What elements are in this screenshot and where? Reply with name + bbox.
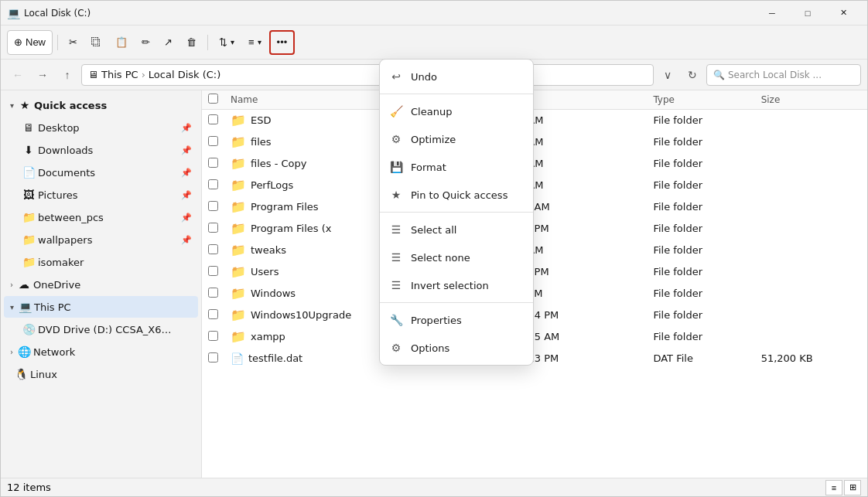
menu-item-properties[interactable]: 🔧 Properties <box>380 306 533 334</box>
row-type-7: File folder <box>647 261 754 283</box>
row-checkbox-1[interactable] <box>208 136 218 146</box>
menu-item-select-all[interactable]: ☰ Select all <box>380 216 533 243</box>
menu-icon-5: ★ <box>389 188 403 202</box>
folder-icon: 📁 <box>231 308 246 322</box>
menu-label-8: Select none <box>411 252 470 264</box>
row-checkbox-6[interactable] <box>208 244 218 254</box>
sidebar-item-onedrive[interactable]: › ☁ OneDrive <box>4 274 198 295</box>
table-row[interactable]: 📁 PerfLogs 5/2021 8:10 AM File folder <box>202 175 867 196</box>
row-check-7 <box>202 261 224 283</box>
col-type[interactable]: Type <box>647 90 754 110</box>
share-button[interactable]: ↗ <box>158 30 179 55</box>
paste-button[interactable]: 📋 <box>109 30 134 55</box>
sidebar-item-wallpapers[interactable]: 📁 wallpapers 📌 <box>4 229 198 250</box>
table-row[interactable]: 📁 Program Files (x 29/2021 4:40 PM File … <box>202 218 867 240</box>
menu-item-invert-selection[interactable]: ☰ Invert selection <box>380 271 533 299</box>
pin-icon-bp: 📌 <box>181 213 192 223</box>
row-checkbox-4[interactable] <box>208 201 218 211</box>
row-checkbox-9[interactable] <box>208 309 218 319</box>
sidebar-label-quickaccess: Quick access <box>34 100 107 111</box>
delete-button[interactable]: 🗑 <box>180 30 203 55</box>
table-row[interactable]: 📄 testfile.dat 6/21/2021 1:23 PM DAT Fil… <box>202 348 867 369</box>
table-row[interactable]: 📁 tweaks 2/2021 7:49 AM File folder <box>202 240 867 261</box>
row-checkbox-11[interactable] <box>208 352 218 363</box>
row-check-6 <box>202 240 224 261</box>
menu-item-undo[interactable]: ↩ Undo <box>380 63 533 90</box>
sidebar-item-downloads[interactable]: ⬇ Downloads 📌 <box>4 139 198 161</box>
table-row[interactable]: 📁 files 9/2021 9:03 AM File folder <box>202 131 867 153</box>
maximize-button[interactable]: □ <box>790 1 825 26</box>
sidebar-label-documents: Documents <box>38 167 95 179</box>
more-button[interactable]: ••• <box>269 30 296 55</box>
table-row[interactable]: 📁 Windows 3/2021 1:20 PM File folder <box>202 283 867 305</box>
refresh-button[interactable]: ↻ <box>682 64 703 86</box>
row-checkbox-8[interactable] <box>208 288 218 298</box>
sidebar-item-pictures[interactable]: 🖼 Pictures 📌 <box>4 184 198 206</box>
row-type-4: File folder <box>647 196 754 218</box>
menu-item-select-none[interactable]: ☰ Select none <box>380 243 533 271</box>
delete-icon: 🗑 <box>186 36 196 48</box>
menu-item-format[interactable]: 💾 Format <box>380 153 533 181</box>
table-row[interactable]: 📁 files - Copy 9/2021 8:59 AM File folde… <box>202 153 867 175</box>
address-path[interactable]: 🖥 This PC › Local Disk (C:) <box>81 64 654 86</box>
close-button[interactable]: ✕ <box>825 1 861 26</box>
up-button[interactable]: ↑ <box>56 64 78 86</box>
rename-button[interactable]: ✏ <box>135 30 156 55</box>
back-button[interactable]: ← <box>7 64 29 86</box>
row-checkbox-2[interactable] <box>208 158 218 168</box>
sidebar-item-quickaccess[interactable]: ▾ ★ Quick access <box>4 94 198 116</box>
tiles-view-button[interactable]: ⊞ <box>844 480 861 495</box>
cut-button[interactable]: ✂ <box>63 30 84 55</box>
details-view-button[interactable]: ≡ <box>825 480 842 495</box>
copy-button[interactable]: ⿻ <box>85 30 108 55</box>
betweenpcs-icon: 📁 <box>22 211 35 223</box>
sort-button[interactable]: ⇅ ▾ <box>213 30 241 55</box>
address-dropdown-button[interactable]: ∨ <box>657 64 678 86</box>
table-row[interactable]: 📁 ESD 3/2021 7:06 AM File folder <box>202 110 867 131</box>
row-checkbox-5[interactable] <box>208 223 218 233</box>
toolbar-sep-1 <box>57 35 58 50</box>
dvd-icon: 💿 <box>22 323 35 335</box>
row-checkbox-7[interactable] <box>208 266 218 276</box>
sidebar-item-dvd[interactable]: 💿 DVD Drive (D:) CCSA_X64FRE_EN-US_D <box>4 318 198 340</box>
expand-icon: ▾ <box>10 101 14 110</box>
folder-icon: 📁 <box>231 221 246 236</box>
table-row[interactable]: 📁 xampp 5/14/2021 8:05 AM File folder <box>202 326 867 348</box>
share-icon: ↗ <box>164 36 173 48</box>
view-button[interactable]: ≡ ▾ <box>242 30 268 55</box>
thispc-expand: ▾ <box>10 303 14 311</box>
menu-item-cleanup[interactable]: 🧹 Cleanup <box>380 97 533 125</box>
menu-item-optimize[interactable]: ⚙ Optimize <box>380 125 533 153</box>
sidebar-item-thispc[interactable]: ▾ 💻 This PC <box>4 296 198 318</box>
new-button[interactable]: ⊕ New <box>7 30 53 55</box>
select-all-checkbox[interactable] <box>208 94 218 104</box>
new-label: New <box>26 36 46 48</box>
row-checkbox-3[interactable] <box>208 179 218 189</box>
sidebar-item-network[interactable]: › 🌐 Network <box>4 341 198 363</box>
search-box[interactable]: 🔍 Search Local Disk ... <box>706 64 861 86</box>
menu-icon-9: ☰ <box>389 278 403 292</box>
row-check-3 <box>202 175 224 196</box>
sidebar-item-betweenpcs[interactable]: 📁 between_pcs 📌 <box>4 206 198 228</box>
sidebar-label-linux: Linux <box>30 369 57 380</box>
menu-icon-11: 🔧 <box>389 313 403 327</box>
sidebar-item-desktop[interactable]: 🖥 Desktop 📌 <box>4 117 198 138</box>
sidebar-item-linux[interactable]: 🐧 Linux <box>4 363 198 385</box>
menu-item-options[interactable]: ⚙ Options <box>380 334 533 362</box>
file-icon: 📄 <box>231 352 244 365</box>
table-row[interactable]: 📁 Program Files 30/2021 8:27 AM File fol… <box>202 196 867 218</box>
table-row[interactable]: 📁 Users 28/2021 1:46 PM File folder <box>202 261 867 283</box>
row-checkbox-10[interactable] <box>208 331 218 341</box>
sidebar-item-isomaker[interactable]: 📁 isomaker <box>4 251 198 273</box>
row-size-11: 51,200 KB <box>755 348 867 369</box>
row-type-10: File folder <box>647 326 754 348</box>
menu-item-pin-to-quick-access[interactable]: ★ Pin to Quick access <box>380 181 533 209</box>
forward-button[interactable]: → <box>32 64 53 86</box>
sidebar-item-documents[interactable]: 📄 Documents 📌 <box>4 162 198 183</box>
table-row[interactable]: 📁 Windows10Upgrade 5/18/2021 4:14 PM Fil… <box>202 305 867 326</box>
row-checkbox-0[interactable] <box>208 114 218 124</box>
folder-icon: 📁 <box>231 156 246 171</box>
title-bar-controls: ─ □ ✕ <box>754 1 861 26</box>
col-size[interactable]: Size <box>755 90 867 110</box>
minimize-button[interactable]: ─ <box>754 1 790 26</box>
